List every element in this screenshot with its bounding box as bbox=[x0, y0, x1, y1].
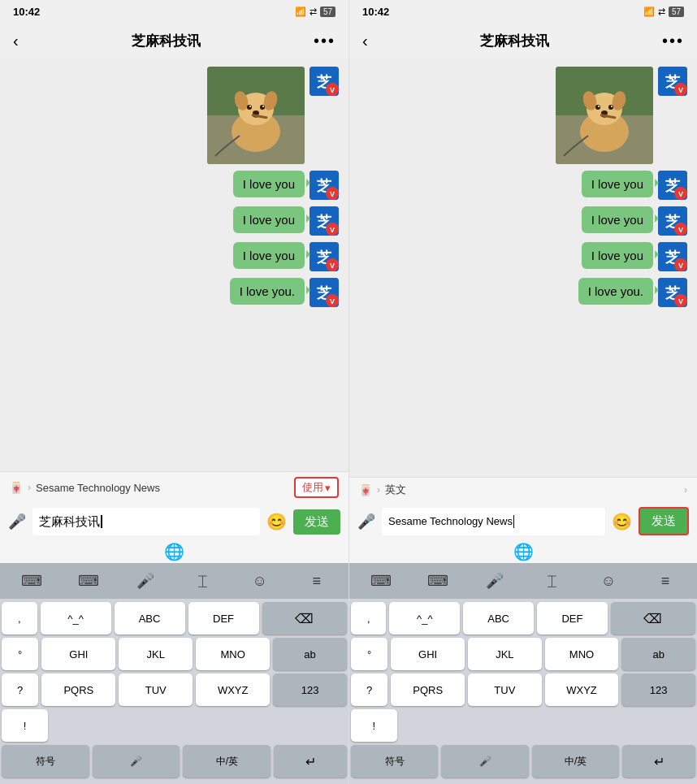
key-question-right[interactable]: ? bbox=[351, 674, 387, 706]
key-mno-right[interactable]: MNO bbox=[545, 638, 619, 670]
key-ab-right[interactable]: ab bbox=[621, 638, 695, 670]
svg-point-9 bbox=[262, 106, 264, 107]
text-input-right[interactable]: Sesame Technology News bbox=[382, 508, 605, 535]
arrow-right-icon: › bbox=[377, 484, 380, 496]
send-button-left[interactable]: 发送 bbox=[293, 509, 340, 535]
send-button-right[interactable]: 发送 bbox=[639, 507, 689, 535]
nav-bar-left: ‹ 芝麻科技讯 ••• bbox=[0, 23, 348, 58]
key-question-left[interactable]: ? bbox=[2, 674, 38, 706]
status-icons-right: 📶 ⇄ 57 bbox=[643, 6, 684, 17]
svg-text:V: V bbox=[330, 262, 335, 270]
key-enter-left[interactable]: ↵ bbox=[274, 745, 347, 778]
key-enter-right[interactable]: ↵ bbox=[622, 745, 695, 778]
key-mno-left[interactable]: MNO bbox=[196, 638, 270, 670]
key-excl-right[interactable]: ! bbox=[351, 709, 397, 742]
svg-text:V: V bbox=[330, 86, 335, 94]
key-pqrs-left[interactable]: PQRS bbox=[41, 674, 115, 706]
back-button-right[interactable]: ‹ bbox=[362, 32, 368, 50]
kb-row-4-left: ! bbox=[2, 709, 347, 742]
emoji-btn-kb-right[interactable]: ☺ bbox=[594, 566, 623, 596]
avatar-3-left: 芝 V bbox=[310, 242, 339, 271]
key-jkl-right[interactable]: JKL bbox=[468, 638, 542, 670]
text-input-left[interactable]: 芝麻科技讯 bbox=[32, 508, 260, 535]
cursor-btn-left[interactable]: ⌶ bbox=[188, 566, 218, 596]
ime-btn-left[interactable]: ⌨ bbox=[17, 566, 46, 596]
globe-right: 🌐 bbox=[349, 540, 697, 563]
key-123-right[interactable]: 123 bbox=[621, 674, 695, 706]
key-jkl-left[interactable]: JKL bbox=[119, 638, 193, 670]
more-button-left[interactable]: ••• bbox=[314, 32, 336, 50]
key-lang-left[interactable]: 中/英 bbox=[183, 745, 271, 778]
svg-text:V: V bbox=[678, 226, 683, 234]
key-pqrs-right[interactable]: PQRS bbox=[391, 674, 465, 706]
menu-btn-right[interactable]: ≡ bbox=[651, 566, 680, 596]
key-backspace-left[interactable]: ⌫ bbox=[262, 602, 347, 635]
message-image-left: 芝 V bbox=[10, 67, 339, 164]
ime-btn-right[interactable]: ⌨ bbox=[366, 566, 396, 596]
menu-btn-left[interactable]: ≡ bbox=[302, 566, 331, 596]
arrow-right-left: › bbox=[28, 482, 31, 493]
key-abc-right[interactable]: ABC bbox=[463, 602, 534, 635]
key-degree-right[interactable]: ° bbox=[351, 638, 387, 670]
mic-btn-right[interactable]: 🎤 bbox=[480, 566, 509, 596]
more-button-right[interactable]: ••• bbox=[662, 32, 684, 50]
keyboard-btn-right[interactable]: ⌨ bbox=[423, 566, 452, 596]
svg-text:V: V bbox=[678, 297, 683, 305]
key-degree-left[interactable]: ° bbox=[2, 638, 38, 670]
key-wxyz-left[interactable]: WXYZ bbox=[196, 674, 270, 706]
key-123-left[interactable]: 123 bbox=[273, 674, 347, 706]
emoji-btn-kb-left[interactable]: ☺ bbox=[245, 566, 275, 596]
chat-image-right bbox=[556, 67, 653, 164]
globe-icon-right: 🌐 bbox=[513, 543, 534, 561]
key-backspace-right[interactable]: ⌫ bbox=[611, 602, 695, 635]
emoji-button-left[interactable]: 😊 bbox=[266, 512, 287, 531]
key-lang-right[interactable]: 中/英 bbox=[532, 745, 619, 778]
voice-button-left[interactable]: 🎤 bbox=[8, 513, 26, 531]
translation-bar-right: 🀄 › 英文 › bbox=[349, 478, 697, 502]
kb-row-2-left: ° GHI JKL MNO ab bbox=[2, 638, 347, 670]
nav-bar-right: ‹ 芝麻科技讯 ••• bbox=[349, 23, 697, 58]
key-excl-left[interactable]: ! bbox=[2, 709, 48, 742]
svg-text:V: V bbox=[330, 297, 335, 305]
key-comma-left[interactable]: , bbox=[2, 602, 37, 635]
back-button-left[interactable]: ‹ bbox=[13, 32, 19, 50]
key-tuv-left[interactable]: TUV bbox=[119, 674, 193, 706]
key-tuv-right[interactable]: TUV bbox=[468, 674, 542, 706]
input-row-right: 🎤 Sesame Technology News 😊 发送 bbox=[349, 502, 697, 540]
key-def-left[interactable]: DEF bbox=[188, 602, 259, 635]
bubble-3-right: I love you bbox=[582, 242, 653, 269]
key-voice-left[interactable]: 🎤 bbox=[93, 745, 180, 778]
key-hat-left[interactable]: ^_^ bbox=[41, 602, 111, 635]
key-symbol-right[interactable]: 符号 bbox=[351, 745, 438, 778]
mic-btn-left[interactable]: 🎤 bbox=[131, 566, 160, 596]
translation-text-right[interactable]: 英文 bbox=[385, 483, 679, 497]
bubble-1-left: I love you bbox=[233, 171, 305, 197]
key-hat-right[interactable]: ^_^ bbox=[389, 602, 460, 635]
time-left: 10:42 bbox=[13, 6, 40, 18]
voice-button-right[interactable]: 🎤 bbox=[357, 513, 375, 531]
key-def-right[interactable]: DEF bbox=[537, 602, 608, 635]
kb-row-1-left: , ^_^ ABC DEF ⌫ bbox=[2, 602, 347, 635]
use-button-left[interactable]: 使用 ▾ bbox=[294, 477, 339, 498]
cursor-btn-right[interactable]: ⌶ bbox=[537, 566, 566, 596]
translation-bar-left: 🀄 › Sesame Technology News 使用 ▾ bbox=[0, 472, 348, 503]
key-voice-right[interactable]: 🎤 bbox=[441, 745, 528, 778]
time-right: 10:42 bbox=[362, 6, 389, 18]
key-wxyz-right[interactable]: WXYZ bbox=[545, 674, 619, 706]
keyboard-btn-left[interactable]: ⌨ bbox=[74, 566, 103, 596]
svg-point-40 bbox=[598, 106, 600, 107]
translation-text-left[interactable]: Sesame Technology News bbox=[36, 482, 289, 494]
key-comma-right[interactable]: , bbox=[351, 602, 386, 635]
svg-text:V: V bbox=[678, 86, 683, 94]
key-symbol-left[interactable]: 符号 bbox=[2, 745, 89, 778]
wifi-icon-right: 📶 bbox=[643, 6, 655, 17]
svg-text:V: V bbox=[678, 190, 683, 198]
key-abc-left[interactable]: ABC bbox=[115, 602, 185, 635]
key-ghi-left[interactable]: GHI bbox=[41, 638, 115, 670]
key-ab-left[interactable]: ab bbox=[273, 638, 347, 670]
keyboard-toolbar-left: ⌨ ⌨ 🎤 ⌶ ☺ ≡ bbox=[0, 563, 348, 599]
key-ghi-right[interactable]: GHI bbox=[391, 638, 465, 670]
emoji-button-right[interactable]: 😊 bbox=[612, 512, 632, 531]
kb-row-4-right: ! bbox=[351, 709, 695, 742]
bubble-2-left: I love you bbox=[233, 206, 305, 233]
